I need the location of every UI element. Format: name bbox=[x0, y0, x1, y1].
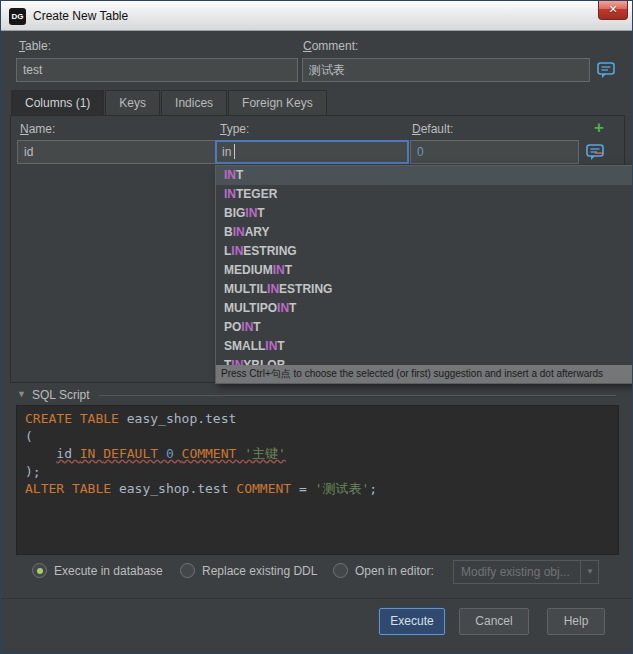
suggestion-item[interactable]: BINARY bbox=[216, 223, 633, 242]
comment-bubble-button[interactable] bbox=[596, 60, 616, 80]
radio-execute-in-database[interactable]: Execute in database bbox=[32, 563, 163, 578]
window-title: Create New Table bbox=[33, 9, 128, 23]
buttons-divider bbox=[1, 598, 632, 599]
table-label: Table: bbox=[19, 39, 51, 53]
tab-keys[interactable]: Keys bbox=[105, 90, 160, 115]
chevron-down-icon: ▼ bbox=[580, 561, 594, 583]
column-default-input[interactable] bbox=[410, 140, 579, 164]
completion-hint: Press Ctrl+句点 to choose the selected (or… bbox=[216, 365, 633, 383]
suggestion-item[interactable]: MEDIUMINT bbox=[216, 261, 633, 280]
radio-icon bbox=[32, 563, 47, 578]
column-type-input[interactable] bbox=[215, 140, 409, 164]
tab-foreign-keys[interactable]: Foreign Keys bbox=[228, 90, 327, 115]
suggestion-item[interactable]: MULTIPOINT bbox=[216, 299, 633, 318]
datagrip-app-icon: DG bbox=[9, 8, 26, 25]
help-button[interactable]: Help bbox=[547, 608, 605, 635]
type-completion-popup: INTINTEGERBIGINTBINARYLINESTRINGMEDIUMIN… bbox=[215, 165, 633, 384]
suggestion-item[interactable]: POINT bbox=[216, 318, 633, 337]
collapse-section-icon[interactable]: ▼ bbox=[17, 389, 26, 399]
table-comment-input[interactable] bbox=[302, 58, 590, 82]
column-name-input[interactable] bbox=[17, 140, 218, 164]
create-new-table-dialog: DG Create New Table ✕ Table: Comment: Co… bbox=[0, 0, 633, 654]
radio-replace-existing-ddl[interactable]: Replace existing DDL bbox=[180, 563, 317, 578]
radio-label: Open in editor: bbox=[355, 564, 434, 578]
column-comment-bubble-button[interactable] bbox=[585, 142, 605, 162]
suggestion-item[interactable]: TINYBLOB bbox=[216, 356, 633, 365]
add-column-button[interactable]: + bbox=[590, 119, 608, 137]
comment-bubble-icon bbox=[596, 60, 616, 80]
sql-code: CREATE TABLE easy_shop.test( id IN DEFAU… bbox=[16, 405, 619, 555]
radio-label: Execute in database bbox=[54, 564, 163, 578]
radio-open-in-editor[interactable]: Open in editor: bbox=[333, 563, 434, 578]
execute-button[interactable]: Execute bbox=[379, 608, 445, 635]
tab-columns-1[interactable]: Columns (1) bbox=[11, 90, 104, 115]
text-caret bbox=[234, 144, 235, 159]
combo-value: Modify existing obj... bbox=[461, 561, 570, 583]
sql-script-section-title: SQL Script bbox=[32, 388, 90, 402]
section-divider bbox=[99, 395, 616, 396]
comment-label: Comment: bbox=[303, 39, 358, 53]
suggestion-item[interactable]: MULTILINESTRING bbox=[216, 280, 633, 299]
suggestion-item[interactable]: LINESTRING bbox=[216, 242, 633, 261]
suggestion-list: INTINTEGERBIGINTBINARYLINESTRINGMEDIUMIN… bbox=[216, 166, 633, 365]
open-in-editor-combo: Modify existing obj... ▼ bbox=[453, 560, 599, 584]
tab-indices[interactable]: Indices bbox=[161, 90, 227, 115]
comment-bubble-icon bbox=[585, 142, 605, 162]
radio-icon bbox=[333, 563, 348, 578]
suggestion-item[interactable]: BIGINT bbox=[216, 204, 633, 223]
close-icon: ✕ bbox=[608, 3, 617, 15]
radio-icon bbox=[180, 563, 195, 578]
suggestion-item[interactable]: INT bbox=[216, 166, 633, 185]
cancel-button[interactable]: Cancel bbox=[459, 608, 529, 635]
tab-bar: Columns (1)KeysIndicesForeign Keys bbox=[11, 90, 328, 115]
column-name-label: Name: bbox=[20, 122, 55, 136]
suggestion-item[interactable]: SMALLINT bbox=[216, 337, 633, 356]
column-type-label: Type: bbox=[220, 122, 249, 136]
column-default-label: Default: bbox=[412, 122, 453, 136]
table-name-input[interactable] bbox=[16, 58, 298, 82]
radio-label: Replace existing DDL bbox=[202, 564, 317, 578]
close-button[interactable]: ✕ bbox=[598, 1, 628, 20]
titlebar: DG Create New Table ✕ bbox=[1, 1, 632, 31]
suggestion-item[interactable]: INTEGER bbox=[216, 185, 633, 204]
